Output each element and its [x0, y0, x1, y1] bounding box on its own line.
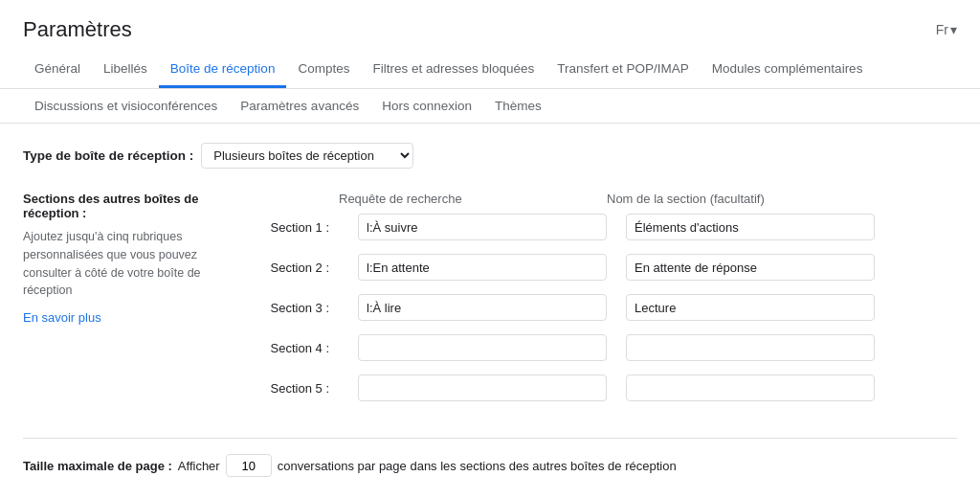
section-row-3: Section 3 :: [253, 294, 957, 321]
section-4-query[interactable]: [358, 334, 607, 361]
section-row-1: Section 1 :: [253, 214, 957, 240]
page-title: Paramètres: [23, 17, 132, 42]
section-row-2: Section 2 :: [253, 254, 957, 281]
inbox-type-select[interactable]: Plusieurs boîtes de réception: [201, 143, 413, 169]
header-name: Nom de la section (facultatif): [607, 192, 779, 206]
section-row-5: Section 5 :: [253, 374, 957, 401]
sections-sidebar: Sections des autres boîtes de réception …: [23, 192, 214, 415]
nav-libelles[interactable]: Libellés: [92, 52, 159, 88]
section-4-label: Section 4 :: [253, 341, 339, 355]
sections-sidebar-title: Sections des autres boîtes de réception …: [23, 192, 214, 220]
sections-table-header: Requête de recherche Nom de la section (…: [253, 192, 957, 214]
inbox-type-row: Type de boîte de réception : Plusieurs b…: [23, 143, 957, 169]
section-row-4: Section 4 :: [253, 334, 957, 361]
lang-dropdown-icon: ▾: [950, 22, 957, 37]
section-4-name[interactable]: [626, 334, 875, 361]
section-3-query[interactable]: [358, 294, 607, 321]
nav-parametres-avances[interactable]: Paramètres avancés: [229, 89, 370, 123]
page-size-row: Taille maximale de page : Afficher conve…: [23, 438, 957, 477]
sections-sidebar-desc: Ajoutez jusqu'à cinq rubriques personnal…: [23, 228, 214, 300]
section-2-label: Section 2 :: [253, 261, 339, 275]
section-1-name[interactable]: [626, 214, 875, 240]
section-5-name[interactable]: [626, 374, 875, 401]
section-2-name[interactable]: [626, 254, 875, 281]
section-1-label: Section 1 :: [253, 220, 339, 235]
section-5-query[interactable]: [358, 374, 607, 401]
page-size-input[interactable]: [226, 454, 272, 477]
section-3-label: Section 3 :: [253, 301, 339, 315]
page-header: Paramètres Fr ▾: [0, 0, 980, 52]
secondary-nav: Discussions et visioconférences Paramètr…: [0, 89, 980, 124]
section-3-name[interactable]: [626, 294, 875, 321]
page-size-suffix: conversations par page dans les sections…: [278, 459, 677, 473]
page-size-label: Taille maximale de page :: [23, 459, 172, 473]
inbox-type-label: Type de boîte de réception :: [23, 148, 193, 163]
section-5-label: Section 5 :: [253, 381, 339, 396]
nav-modules[interactable]: Modules complémentaires: [701, 52, 875, 88]
nav-boite-reception[interactable]: Boîte de réception: [159, 52, 287, 88]
section-1-query[interactable]: [358, 214, 607, 240]
nav-comptes[interactable]: Comptes: [286, 52, 361, 88]
nav-discussions[interactable]: Discussions et visioconférences: [23, 89, 229, 123]
page-wrapper: Paramètres Fr ▾ Général Libellés Boîte d…: [0, 0, 980, 499]
lang-label: Fr: [936, 22, 948, 37]
section-2-query[interactable]: [358, 254, 607, 281]
header-query: Requête de recherche: [339, 192, 588, 206]
sections-layout: Sections des autres boîtes de réception …: [23, 192, 957, 415]
nav-filtres[interactable]: Filtres et adresses bloquées: [361, 52, 546, 88]
primary-nav: Général Libellés Boîte de réception Comp…: [0, 52, 980, 89]
nav-themes[interactable]: Thèmes: [483, 89, 553, 123]
content-area: Type de boîte de réception : Plusieurs b…: [0, 124, 980, 496]
page-size-prefix: Afficher: [178, 459, 220, 473]
nav-hors-connexion[interactable]: Hors connexion: [370, 89, 483, 123]
sections-table: Requête de recherche Nom de la section (…: [253, 192, 957, 415]
nav-transfert[interactable]: Transfert et POP/IMAP: [546, 52, 701, 88]
lang-selector[interactable]: Fr ▾: [936, 22, 957, 37]
nav-general[interactable]: Général: [23, 52, 92, 88]
learn-more-link[interactable]: En savoir plus: [23, 310, 101, 325]
